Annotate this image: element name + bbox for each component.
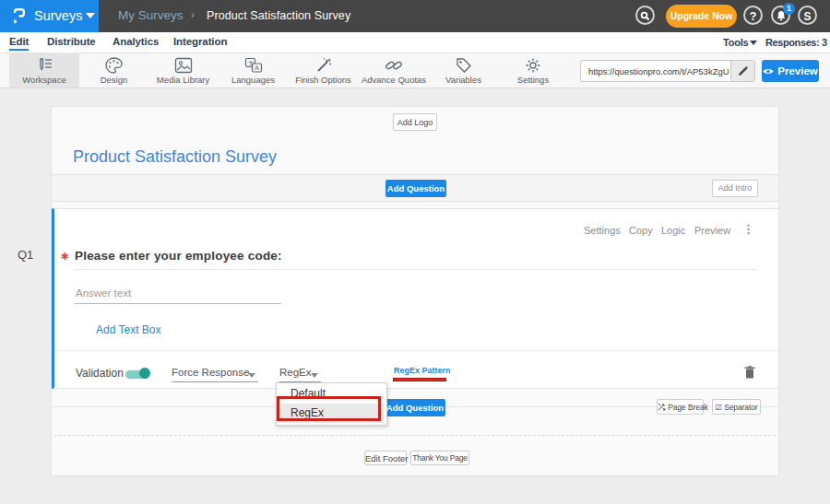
svg-text:文: 文 — [248, 60, 255, 66]
svg-text:A: A — [255, 64, 259, 71]
